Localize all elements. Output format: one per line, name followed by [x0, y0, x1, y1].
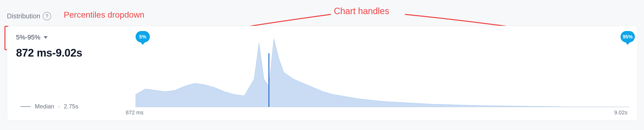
median-swatch-icon: [20, 106, 31, 107]
help-icon[interactable]: ?: [43, 12, 51, 20]
percentile-handle-high-label: 95%: [623, 34, 633, 40]
distribution-chart-svg: [136, 33, 630, 108]
percentile-handle-low-label: 5%: [139, 34, 146, 40]
distribution-chart: [136, 33, 630, 108]
axis-max-label: 9.02s: [614, 109, 628, 116]
distribution-card: 5%-95% 872 ms-9.02s Median · 2.75s 872 m…: [7, 26, 638, 120]
percentile-handle-high[interactable]: 95%: [620, 31, 635, 42]
median-label: Median: [35, 103, 54, 110]
selected-range: 872 ms-9.02s: [16, 47, 82, 59]
percentile-handle-low[interactable]: 5%: [136, 31, 150, 42]
median-legend: Median · 2.75s: [20, 103, 78, 110]
annotation-dropdown-label: Percentiles dropdown: [64, 10, 144, 20]
axis-min-label: 872 ms: [126, 109, 144, 116]
annotation-handles-label: Chart handles: [334, 6, 389, 16]
median-separator: ·: [58, 103, 60, 110]
chevron-down-icon: [44, 36, 48, 39]
percentiles-dropdown[interactable]: 5%-95%: [16, 33, 48, 41]
percentiles-dropdown-label: 5%-95%: [16, 33, 40, 41]
panel-title: Distribution: [7, 12, 40, 20]
median-value: 2.75s: [64, 103, 78, 110]
